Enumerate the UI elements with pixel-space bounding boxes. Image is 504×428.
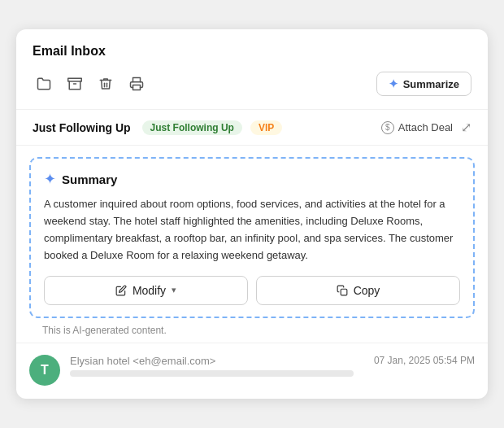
sender-name: Elysian hotel xyxy=(70,355,130,367)
svg-rect-3 xyxy=(341,289,347,295)
toolbar: ✦ Summarize xyxy=(33,67,471,101)
copy-label: Copy xyxy=(354,284,380,297)
ai-notice: This is AI-generated content. xyxy=(29,318,475,343)
email-from-row: Elysian hotel <eh@email.com> 07 Jan, 202… xyxy=(70,355,475,367)
modify-label: Modify xyxy=(133,284,166,297)
email-sender: Elysian hotel <eh@email.com> xyxy=(70,355,215,367)
attach-deal-label: Attach Deal xyxy=(398,121,453,133)
email-info: Elysian hotel <eh@email.com> 07 Jan, 202… xyxy=(70,355,475,377)
attach-deal-button[interactable]: $ Attach Deal xyxy=(381,121,453,134)
email-timestamp: 07 Jan, 2025 05:54 PM xyxy=(374,355,475,366)
print-icon[interactable] xyxy=(125,72,148,95)
edit-icon xyxy=(115,285,127,296)
archive-icon[interactable] xyxy=(63,72,86,95)
summarize-button[interactable]: ✦ Summarize xyxy=(376,72,471,96)
avatar-letter: T xyxy=(41,363,49,378)
summary-title: Summary xyxy=(62,173,117,186)
sender-email: <eh@email.com> xyxy=(133,355,215,367)
card-body: ✦ Summary A customer inquired about room… xyxy=(16,146,488,342)
modify-button[interactable]: Modify ▾ xyxy=(44,276,248,305)
svg-rect-0 xyxy=(68,79,82,82)
trash-icon[interactable] xyxy=(94,72,117,95)
copy-icon xyxy=(337,285,348,296)
email-preview: T Elysian hotel <eh@email.com> 07 Jan, 2… xyxy=(16,343,488,399)
spark-icon: ✦ xyxy=(389,77,398,90)
summarize-label: Summarize xyxy=(403,78,459,90)
subject-row: Just Following Up Just Following Up VIP … xyxy=(16,110,488,146)
summary-spark-icon: ✦ xyxy=(44,170,56,188)
summary-header: ✦ Summary xyxy=(44,170,460,188)
summary-text: A customer inquired about room options, … xyxy=(44,196,460,264)
email-inbox-card: Email Inbox ✦ Summarize Just Following U… xyxy=(16,29,488,398)
copy-button[interactable]: Copy xyxy=(256,276,460,305)
card-header: Email Inbox ✦ Summarize xyxy=(16,29,488,110)
attach-deal-icon: $ xyxy=(381,121,394,134)
svg-rect-2 xyxy=(133,85,141,90)
subject-title: Just Following Up xyxy=(33,121,131,134)
collapse-button[interactable]: ⤢ xyxy=(461,120,471,135)
summary-actions: Modify ▾ Copy xyxy=(44,276,460,305)
summary-box: ✦ Summary A customer inquired about room… xyxy=(29,157,475,317)
modify-chevron: ▾ xyxy=(172,285,176,295)
email-preview-bar xyxy=(70,370,354,377)
tag-vip[interactable]: VIP xyxy=(250,120,282,135)
subject-actions: $ Attach Deal ⤢ xyxy=(381,120,471,135)
tag-following[interactable]: Just Following Up xyxy=(142,120,242,135)
page-title: Email Inbox xyxy=(33,44,471,59)
avatar: T xyxy=(29,355,60,386)
folder-icon[interactable] xyxy=(33,72,55,95)
